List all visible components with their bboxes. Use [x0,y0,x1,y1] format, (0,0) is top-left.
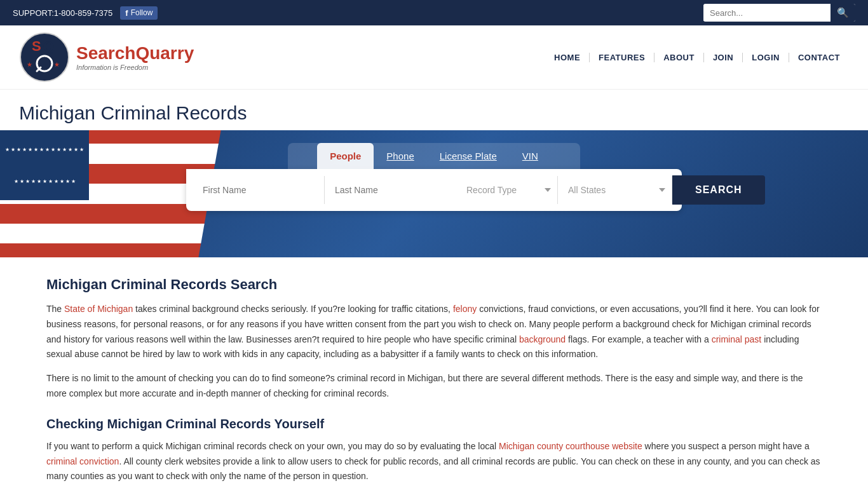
tab-license-plate[interactable]: License Plate [427,143,510,169]
record-type-select[interactable]: Record Type Criminal Background Traffic [456,176,558,204]
top-search-bar: 🔍 [703,4,855,22]
nav-login[interactable]: LOGIN [743,53,789,62]
nav-join[interactable]: JOIN [704,53,743,62]
flag-stars: ★★★★★ ★★★★★ ★★★★★ ★★★★★ ★★★★★ [0,130,89,200]
state-select[interactable]: All States Michigan California Texas [558,176,672,204]
section1-title: Michigan Criminal Records Search [46,276,822,293]
search-tabs: People Phone License Plate VIN [288,143,580,169]
tab-phone[interactable]: Phone [374,143,426,169]
page-title-section: Michigan Criminal Records [0,90,868,130]
nav-features[interactable]: FEATURES [590,53,654,62]
content-area: Michigan Criminal Records Search The Sta… [27,276,841,484]
courthouse-link[interactable]: Michigan county courthouse website [499,441,642,451]
header: S Q ★ ★ SearchQuarry Information is Free… [0,25,868,90]
svg-text:Q: Q [43,38,54,54]
section2-title: Checking Michigan Criminal Records Yours… [46,417,822,431]
tab-people[interactable]: People [317,143,374,169]
facebook-icon: f [125,8,128,18]
main-nav: HOME FEATURES ABOUT JOIN LOGIN CONTACT [545,53,849,62]
criminal-past-link[interactable]: criminal past [712,334,762,344]
first-name-input[interactable] [193,176,325,204]
svg-text:★: ★ [27,61,32,68]
svg-text:★: ★ [54,61,60,68]
top-search-button[interactable]: 🔍 [831,4,855,22]
logo: S Q ★ ★ SearchQuarry Information is Free… [19,32,194,83]
support-text: SUPPORT:1-800-859-7375 [13,8,112,18]
top-bar-left: SUPPORT:1-800-859-7375 f Follow [13,6,158,20]
nav-home[interactable]: HOME [545,53,590,62]
nav-about[interactable]: ABOUT [654,53,704,62]
page-title: Michigan Criminal Records [19,102,849,124]
top-bar: SUPPORT:1-800-859-7375 f Follow 🔍 [0,0,868,25]
search-fields: Record Type Criminal Background Traffic … [186,169,682,211]
last-name-input[interactable] [325,176,456,204]
felony-link[interactable]: felony [453,304,477,314]
nav-contact[interactable]: CONTACT [789,53,849,62]
svg-text:S: S [32,38,41,54]
logo-text: SearchQuarry Information is Freedom [76,43,194,71]
logo-tagline: Information is Freedom [76,64,194,71]
criminal-conviction-link[interactable]: criminal conviction [46,456,119,466]
logo-brand: SearchQuarry [76,43,194,64]
paragraph1: The State of Michigan takes criminal bac… [46,302,822,362]
background-link[interactable]: background [519,334,566,344]
logo-brand-part2: Quarry [135,43,194,63]
follow-label: Follow [131,8,153,17]
state-of-michigan-link[interactable]: State of Michigan [64,304,133,314]
facebook-follow-button[interactable]: f Follow [120,6,158,20]
paragraph2: There is no limit to the amount of check… [46,371,822,402]
logo-brand-part1: Search [76,43,135,63]
search-button[interactable]: SEARCH [672,175,765,205]
logo-icon: S Q ★ ★ [19,32,70,83]
paragraph3: If you want to perform a quick Michigan … [46,439,822,484]
search-container: People Phone License Plate VIN Record Ty… [186,143,682,211]
hero-banner: ★★★★★ ★★★★★ ★★★★★ ★★★★★ ★★★★★ People Pho… [0,130,868,257]
tab-vin[interactable]: VIN [510,143,551,169]
top-search-input[interactable] [703,5,831,21]
